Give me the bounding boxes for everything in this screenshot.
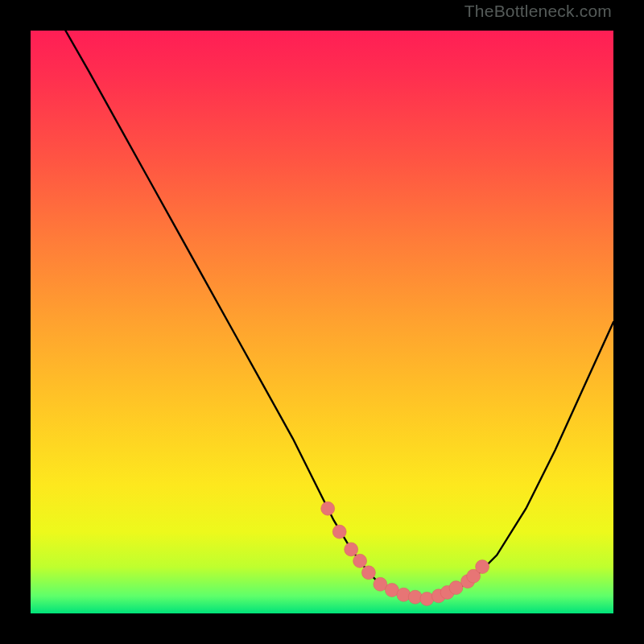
data-point	[361, 566, 375, 580]
data-point	[408, 590, 422, 604]
curve-layer	[31, 31, 613, 613]
series-curve	[65, 31, 613, 599]
data-point	[397, 588, 411, 601]
watermark-text: TheBottleneck.com	[464, 2, 612, 21]
data-point	[345, 543, 358, 556]
data-point	[321, 502, 335, 515]
data-point	[420, 592, 434, 605]
data-point	[476, 560, 489, 574]
chart-container: TheBottleneck.com	[0, 0, 644, 644]
data-point	[332, 525, 346, 539]
series-markers	[321, 502, 489, 605]
data-point	[353, 554, 367, 568]
plot-area	[31, 31, 613, 613]
data-point	[449, 581, 463, 595]
